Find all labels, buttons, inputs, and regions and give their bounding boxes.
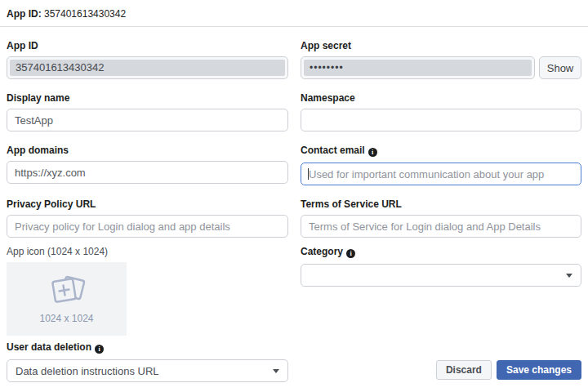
app-id-input[interactable]: 357401613430342 bbox=[7, 56, 288, 79]
info-icon[interactable] bbox=[346, 249, 355, 258]
namespace-label: Namespace bbox=[301, 93, 581, 103]
display-name-field-group: Display name bbox=[7, 79, 288, 131]
contact-email-input[interactable] bbox=[301, 163, 581, 185]
app-id-header-value: 357401613430342 bbox=[44, 8, 126, 20]
app-domains-field-group: App domains bbox=[7, 131, 288, 184]
user-data-deletion-label-row: User data deletion bbox=[7, 342, 288, 354]
privacy-policy-input[interactable] bbox=[7, 215, 288, 238]
privacy-policy-label: Privacy Policy URL bbox=[7, 199, 288, 209]
save-changes-button[interactable]: Save changes bbox=[497, 360, 581, 380]
chevron-down-icon bbox=[273, 369, 279, 373]
app-domains-input[interactable] bbox=[7, 161, 288, 184]
app-secret-label: App secret bbox=[301, 41, 581, 51]
terms-of-service-field-group: Terms of Service URL bbox=[301, 185, 581, 238]
app-domains-label: App domains bbox=[7, 145, 288, 155]
app-id-header-label: App ID: bbox=[7, 8, 42, 20]
info-icon[interactable] bbox=[368, 148, 377, 157]
app-icon-label: App icon (1024 x 1024) bbox=[7, 247, 288, 256]
user-data-deletion-selected-value: Data deletion instructions URL bbox=[16, 365, 159, 377]
user-data-deletion-label: User data deletion bbox=[7, 341, 91, 353]
namespace-input[interactable] bbox=[301, 109, 581, 131]
category-select[interactable] bbox=[301, 264, 581, 287]
app-icon-upload[interactable]: 1024 x 1024 bbox=[7, 262, 127, 336]
add-photo-icon bbox=[44, 274, 90, 310]
category-label: Category bbox=[301, 246, 343, 257]
app-id-field-group: App ID 357401613430342 bbox=[7, 27, 288, 79]
app-secret-field-group: App secret •••••••• Show bbox=[301, 27, 581, 79]
user-data-deletion-select[interactable]: Data deletion instructions URL bbox=[7, 359, 288, 382]
contact-email-label: Contact email bbox=[301, 145, 365, 156]
page-header: App ID: 357401613430342 bbox=[0, 0, 588, 27]
settings-form: App ID 357401613430342 App secret ••••••… bbox=[0, 27, 588, 382]
terms-of-service-label: Terms of Service URL bbox=[301, 199, 581, 209]
contact-email-field-group: Contact email bbox=[301, 131, 581, 185]
app-settings-basic-page: App ID: 357401613430342 App ID 357401613… bbox=[0, 0, 588, 392]
discard-button[interactable]: Discard bbox=[436, 360, 492, 380]
user-data-deletion-field-group: User data deletion Data deletion instruc… bbox=[7, 336, 288, 382]
form-actions: Discard Save changes bbox=[301, 336, 581, 382]
app-icon-size-text: 1024 x 1024 bbox=[39, 313, 93, 324]
app-secret-masked-value: •••••••• bbox=[304, 60, 532, 76]
app-secret-input[interactable]: •••••••• bbox=[301, 56, 535, 79]
terms-of-service-input[interactable] bbox=[301, 215, 581, 238]
app-id-value: 357401613430342 bbox=[10, 60, 285, 76]
category-label-row: Category bbox=[301, 247, 581, 258]
privacy-policy-field-group: Privacy Policy URL bbox=[7, 185, 288, 238]
info-icon[interactable] bbox=[95, 345, 104, 354]
display-name-label: Display name bbox=[7, 93, 288, 103]
text-cursor bbox=[308, 168, 309, 180]
namespace-field-group: Namespace bbox=[301, 79, 581, 131]
app-id-label: App ID bbox=[7, 41, 288, 51]
category-field-group: Category bbox=[301, 238, 581, 287]
show-secret-button[interactable]: Show bbox=[539, 56, 581, 79]
chevron-down-icon bbox=[566, 274, 572, 278]
contact-email-label-row: Contact email bbox=[301, 145, 581, 157]
display-name-input[interactable] bbox=[7, 109, 288, 131]
app-icon-field-group: App icon (1024 x 1024) 1024 x 1024 bbox=[7, 238, 288, 336]
